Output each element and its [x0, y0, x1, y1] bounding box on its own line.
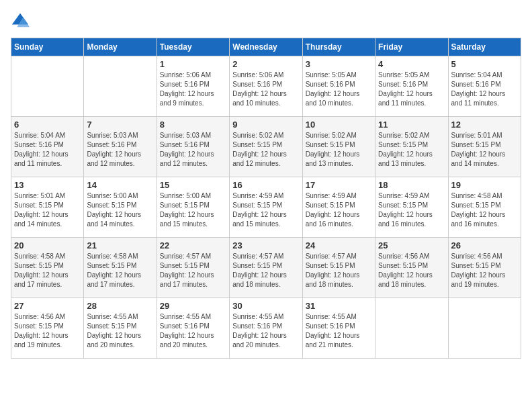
day-cell: 5Sunrise: 5:04 AM Sunset: 5:16 PM Daylig…: [448, 56, 521, 117]
day-cell: 22Sunrise: 4:57 AM Sunset: 5:15 PM Dayli…: [157, 238, 229, 298]
day-number: 5: [451, 59, 518, 69]
day-cell: 30Sunrise: 4:55 AM Sunset: 5:16 PM Dayli…: [230, 298, 302, 359]
day-cell: 28Sunrise: 4:55 AM Sunset: 5:15 PM Dayli…: [84, 298, 157, 359]
day-cell: 17Sunrise: 4:59 AM Sunset: 5:15 PM Dayli…: [302, 177, 375, 238]
day-cell: 21Sunrise: 4:58 AM Sunset: 5:15 PM Dayli…: [84, 238, 157, 298]
day-cell: 12Sunrise: 5:01 AM Sunset: 5:15 PM Dayli…: [448, 117, 521, 177]
column-header-monday: Monday: [84, 38, 157, 56]
week-row-1: 1Sunrise: 5:06 AM Sunset: 5:16 PM Daylig…: [11, 56, 521, 117]
day-info: Sunrise: 5:00 AM Sunset: 5:15 PM Dayligh…: [160, 191, 226, 229]
column-header-saturday: Saturday: [448, 38, 521, 56]
day-cell: 15Sunrise: 5:00 AM Sunset: 5:15 PM Dayli…: [157, 177, 229, 238]
day-number: 8: [160, 120, 226, 130]
day-info: Sunrise: 5:05 AM Sunset: 5:16 PM Dayligh…: [306, 71, 372, 108]
day-info: Sunrise: 4:56 AM Sunset: 5:15 PM Dayligh…: [378, 252, 445, 289]
week-row-5: 27Sunrise: 4:56 AM Sunset: 5:15 PM Dayli…: [11, 298, 521, 359]
day-info: Sunrise: 4:58 AM Sunset: 5:15 PM Dayligh…: [451, 191, 518, 229]
day-number: 17: [306, 180, 372, 190]
day-cell: [448, 298, 521, 359]
day-info: Sunrise: 5:06 AM Sunset: 5:16 PM Dayligh…: [232, 71, 299, 108]
day-cell: 19Sunrise: 4:58 AM Sunset: 5:15 PM Dayli…: [448, 177, 521, 238]
day-number: 27: [14, 301, 81, 311]
day-number: 22: [160, 240, 226, 250]
column-header-thursday: Thursday: [302, 38, 375, 56]
day-cell: 31Sunrise: 4:55 AM Sunset: 5:16 PM Dayli…: [302, 298, 375, 359]
day-cell: 29Sunrise: 4:55 AM Sunset: 5:16 PM Dayli…: [157, 298, 229, 359]
week-row-4: 20Sunrise: 4:58 AM Sunset: 5:15 PM Dayli…: [11, 238, 521, 298]
calendar-body: 1Sunrise: 5:06 AM Sunset: 5:16 PM Daylig…: [11, 56, 521, 359]
day-number: 15: [160, 180, 226, 190]
day-number: 12: [451, 120, 518, 130]
day-info: Sunrise: 5:02 AM Sunset: 5:15 PM Dayligh…: [306, 131, 372, 169]
calendar-header: SundayMondayTuesdayWednesdayThursdayFrid…: [11, 38, 521, 56]
day-info: Sunrise: 5:04 AM Sunset: 5:16 PM Dayligh…: [451, 71, 518, 108]
day-info: Sunrise: 4:59 AM Sunset: 5:15 PM Dayligh…: [232, 191, 299, 229]
day-number: 10: [306, 120, 372, 130]
day-number: 24: [306, 240, 372, 250]
column-header-friday: Friday: [375, 38, 448, 56]
column-header-sunday: Sunday: [11, 38, 84, 56]
day-cell: 11Sunrise: 5:02 AM Sunset: 5:15 PM Dayli…: [375, 117, 448, 177]
day-info: Sunrise: 4:56 AM Sunset: 5:15 PM Dayligh…: [451, 252, 518, 289]
day-info: Sunrise: 5:01 AM Sunset: 5:15 PM Dayligh…: [14, 191, 81, 229]
day-info: Sunrise: 5:02 AM Sunset: 5:15 PM Dayligh…: [378, 131, 445, 169]
logo-icon: [11, 11, 30, 30]
day-number: 2: [232, 59, 299, 69]
day-cell: 2Sunrise: 5:06 AM Sunset: 5:16 PM Daylig…: [230, 56, 302, 117]
day-info: Sunrise: 5:06 AM Sunset: 5:16 PM Dayligh…: [160, 71, 226, 108]
day-info: Sunrise: 4:58 AM Sunset: 5:15 PM Dayligh…: [14, 252, 81, 289]
logo: [11, 11, 32, 30]
day-cell: 4Sunrise: 5:05 AM Sunset: 5:16 PM Daylig…: [375, 56, 448, 117]
day-cell: 3Sunrise: 5:05 AM Sunset: 5:16 PM Daylig…: [302, 56, 375, 117]
day-number: 18: [378, 180, 445, 190]
day-cell: 1Sunrise: 5:06 AM Sunset: 5:16 PM Daylig…: [157, 56, 229, 117]
day-number: 29: [160, 301, 226, 311]
day-cell: 7Sunrise: 5:03 AM Sunset: 5:16 PM Daylig…: [84, 117, 157, 177]
day-info: Sunrise: 5:00 AM Sunset: 5:15 PM Dayligh…: [87, 191, 153, 229]
day-number: 16: [232, 180, 299, 190]
day-number: 7: [87, 120, 153, 130]
day-number: 9: [232, 120, 299, 130]
day-cell: 23Sunrise: 4:57 AM Sunset: 5:15 PM Dayli…: [230, 238, 302, 298]
day-cell: 20Sunrise: 4:58 AM Sunset: 5:15 PM Dayli…: [11, 238, 84, 298]
day-info: Sunrise: 4:59 AM Sunset: 5:15 PM Dayligh…: [306, 191, 372, 229]
day-info: Sunrise: 5:05 AM Sunset: 5:16 PM Dayligh…: [378, 71, 445, 108]
day-cell: 13Sunrise: 5:01 AM Sunset: 5:15 PM Dayli…: [11, 177, 84, 238]
page-header: [11, 11, 521, 30]
day-cell: 25Sunrise: 4:56 AM Sunset: 5:15 PM Dayli…: [375, 238, 448, 298]
day-cell: 6Sunrise: 5:04 AM Sunset: 5:16 PM Daylig…: [11, 117, 84, 177]
day-info: Sunrise: 4:57 AM Sunset: 5:15 PM Dayligh…: [306, 252, 372, 289]
day-cell: [375, 298, 448, 359]
day-cell: 14Sunrise: 5:00 AM Sunset: 5:15 PM Dayli…: [84, 177, 157, 238]
day-info: Sunrise: 5:01 AM Sunset: 5:15 PM Dayligh…: [451, 131, 518, 169]
day-info: Sunrise: 4:55 AM Sunset: 5:16 PM Dayligh…: [232, 312, 299, 350]
column-header-wednesday: Wednesday: [230, 38, 302, 56]
day-number: 20: [14, 240, 81, 250]
day-info: Sunrise: 4:57 AM Sunset: 5:15 PM Dayligh…: [232, 252, 299, 289]
day-info: Sunrise: 4:58 AM Sunset: 5:15 PM Dayligh…: [87, 252, 153, 289]
day-cell: [84, 56, 157, 117]
day-info: Sunrise: 4:55 AM Sunset: 5:16 PM Dayligh…: [160, 312, 226, 350]
week-row-3: 13Sunrise: 5:01 AM Sunset: 5:15 PM Dayli…: [11, 177, 521, 238]
day-number: 28: [87, 301, 153, 311]
day-cell: 18Sunrise: 4:59 AM Sunset: 5:15 PM Dayli…: [375, 177, 448, 238]
day-cell: 26Sunrise: 4:56 AM Sunset: 5:15 PM Dayli…: [448, 238, 521, 298]
day-info: Sunrise: 4:57 AM Sunset: 5:15 PM Dayligh…: [160, 252, 226, 289]
day-number: 19: [451, 180, 518, 190]
week-row-2: 6Sunrise: 5:04 AM Sunset: 5:16 PM Daylig…: [11, 117, 521, 177]
day-cell: [11, 56, 84, 117]
day-info: Sunrise: 4:55 AM Sunset: 5:16 PM Dayligh…: [306, 312, 372, 350]
day-number: 1: [160, 59, 226, 69]
day-info: Sunrise: 5:04 AM Sunset: 5:16 PM Dayligh…: [14, 131, 81, 169]
day-number: 26: [451, 240, 518, 250]
day-number: 11: [378, 120, 445, 130]
day-info: Sunrise: 5:03 AM Sunset: 5:16 PM Dayligh…: [87, 131, 153, 169]
day-cell: 16Sunrise: 4:59 AM Sunset: 5:15 PM Dayli…: [230, 177, 302, 238]
day-number: 3: [306, 59, 372, 69]
day-cell: 27Sunrise: 4:56 AM Sunset: 5:15 PM Dayli…: [11, 298, 84, 359]
day-info: Sunrise: 4:59 AM Sunset: 5:15 PM Dayligh…: [378, 191, 445, 229]
day-info: Sunrise: 5:03 AM Sunset: 5:16 PM Dayligh…: [160, 131, 226, 169]
header-row: SundayMondayTuesdayWednesdayThursdayFrid…: [11, 38, 521, 56]
day-number: 4: [378, 59, 445, 69]
day-number: 14: [87, 180, 153, 190]
